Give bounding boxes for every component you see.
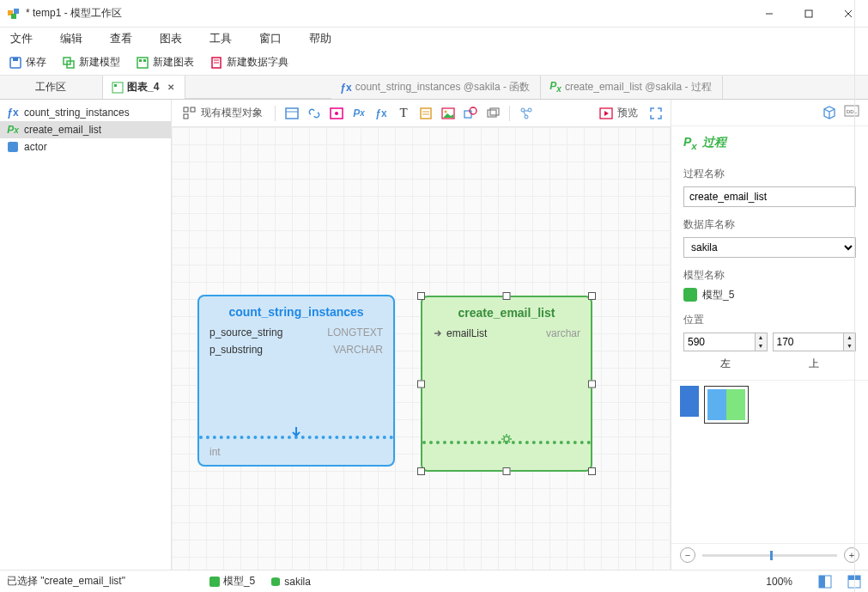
svg-point-35 xyxy=(521,108,525,112)
px-icon: Px xyxy=(7,124,19,136)
return-type: int xyxy=(209,446,221,458)
layer-tool-icon[interactable] xyxy=(485,106,501,121)
props-header: Px 过程 xyxy=(683,135,856,151)
svg-rect-1 xyxy=(14,9,19,14)
sidebar-item-table[interactable]: actor xyxy=(0,138,171,156)
link-tool-icon[interactable] xyxy=(307,106,322,121)
fullscreen-icon[interactable] xyxy=(648,106,664,121)
pos-x-spinner[interactable]: ▲▼ xyxy=(683,333,768,351)
db-select[interactable]: sakila xyxy=(683,237,856,258)
tab-procedure[interactable]: Px create_email_list @sakila - 过程 xyxy=(541,76,722,99)
px-tool-icon[interactable]: Px xyxy=(351,106,367,121)
svg-rect-11 xyxy=(137,58,148,68)
out-arrow-icon xyxy=(433,328,443,339)
minimize-button[interactable] xyxy=(750,0,789,27)
grid-toggle-icon[interactable] xyxy=(818,575,832,589)
new-dict-button[interactable]: 新建数据字典 xyxy=(206,52,292,72)
node-create-email-list[interactable]: create_email_list emailList varchar xyxy=(421,296,592,472)
tab-function[interactable]: ƒx count_string_instances @sakila - 函数 xyxy=(331,76,541,99)
sidebar-item-function[interactable]: ƒx count_string_instances xyxy=(0,104,171,121)
window-title: * temp1 - 模型工作区 xyxy=(26,6,750,21)
spinner-down[interactable]: ▼ xyxy=(843,342,855,351)
gear-icon xyxy=(500,432,513,446)
close-icon[interactable]: ✕ xyxy=(167,82,174,92)
px-icon: Px xyxy=(683,135,697,151)
status-db: sakila xyxy=(284,576,311,588)
swatch-blue2[interactable] xyxy=(707,389,726,420)
resize-handle[interactable] xyxy=(588,380,596,388)
zoom-slider[interactable] xyxy=(702,554,837,557)
tab-chart-4[interactable]: 图表_4 ✕ xyxy=(103,76,185,99)
fx-tool-icon[interactable]: ƒx xyxy=(373,106,389,121)
resize-handle[interactable] xyxy=(503,292,511,300)
swatch-green[interactable] xyxy=(726,389,745,420)
sidebar-item-procedure[interactable]: Px create_email_list xyxy=(0,121,171,138)
autolayout-icon[interactable] xyxy=(519,106,534,121)
new-model-button[interactable]: 新建模型 xyxy=(58,52,124,72)
spinner-down[interactable]: ▼ xyxy=(755,342,767,351)
svg-point-37 xyxy=(525,115,528,119)
svg-rect-20 xyxy=(191,107,195,112)
status-model: 模型_5 xyxy=(223,575,255,587)
resize-handle[interactable] xyxy=(503,467,511,475)
svg-rect-13 xyxy=(143,59,146,62)
sidebar-item-label: count_string_instances xyxy=(24,107,130,119)
new-chart-icon xyxy=(136,56,149,70)
svg-rect-18 xyxy=(114,84,117,87)
menu-tool[interactable]: 工具 xyxy=(206,28,235,49)
existing-objects-button[interactable]: 现有模型对象 xyxy=(179,103,266,124)
menu-view[interactable]: 查看 xyxy=(106,28,136,49)
node-title: count_string_instances xyxy=(209,305,383,324)
sidebar-item-label: create_email_list xyxy=(24,124,101,136)
menu-help[interactable]: 帮助 xyxy=(306,28,335,49)
resize-handle[interactable] xyxy=(588,292,596,300)
resize-handle[interactable] xyxy=(588,467,596,475)
cube-icon[interactable] xyxy=(822,105,837,120)
image-tool-icon[interactable] xyxy=(440,106,456,121)
menu-chart[interactable]: 图表 xyxy=(156,28,185,49)
pos-y-spinner[interactable]: ▲▼ xyxy=(773,333,857,351)
resize-handle[interactable] xyxy=(417,380,425,388)
zoom-control: − + xyxy=(671,543,868,567)
swatch-blue1[interactable] xyxy=(680,386,699,417)
save-button[interactable]: 保存 xyxy=(5,52,50,72)
pos-left-label: 左 xyxy=(683,357,768,371)
preview-button[interactable]: 预览 xyxy=(595,103,641,124)
arrow-down-icon xyxy=(289,425,303,439)
titlebar: * temp1 - 模型工作区 xyxy=(0,0,868,27)
model-icon xyxy=(209,577,220,587)
svg-rect-12 xyxy=(139,59,142,62)
px-icon: Px xyxy=(549,80,561,94)
node-count-string-instances[interactable]: count_string_instances p_source_stringLO… xyxy=(197,295,395,467)
view-tool-icon[interactable] xyxy=(329,106,344,121)
proc-name-input[interactable] xyxy=(683,186,856,207)
svg-rect-19 xyxy=(184,107,188,112)
spinner-up[interactable]: ▲ xyxy=(755,333,767,342)
note-tool-icon[interactable] xyxy=(418,106,434,121)
label-db-name: 数据库名称 xyxy=(683,217,856,232)
text-tool-icon[interactable]: T xyxy=(396,106,411,121)
sidebar: ƒx count_string_instances Px create_emai… xyxy=(0,100,172,570)
new-chart-button[interactable]: 新建图表 xyxy=(132,52,197,72)
save-icon xyxy=(9,56,22,70)
resize-handle[interactable] xyxy=(417,467,425,475)
preview-icon xyxy=(598,106,614,121)
menu-file[interactable]: 文件 xyxy=(7,28,36,49)
shape-tool-icon[interactable] xyxy=(463,106,478,121)
menu-edit[interactable]: 编辑 xyxy=(57,28,86,49)
svg-rect-21 xyxy=(184,114,188,119)
maximize-button[interactable] xyxy=(789,0,829,27)
fx-icon: ƒx xyxy=(7,107,19,119)
zoom-out-button[interactable]: − xyxy=(680,547,695,563)
svg-rect-4 xyxy=(805,10,812,17)
svg-line-39 xyxy=(524,112,525,115)
menu-window[interactable]: 窗口 xyxy=(256,28,285,49)
table-tool-icon[interactable] xyxy=(284,106,300,121)
new-dict-icon xyxy=(209,56,223,70)
tab-workspace[interactable]: 工作区 xyxy=(0,76,103,99)
resize-handle[interactable] xyxy=(417,292,425,300)
spinner-up[interactable]: ▲ xyxy=(843,333,855,342)
canvas[interactable]: count_string_instances p_source_stringLO… xyxy=(172,127,671,570)
svg-rect-8 xyxy=(13,58,18,61)
zoom-percent: 100% xyxy=(766,576,792,588)
